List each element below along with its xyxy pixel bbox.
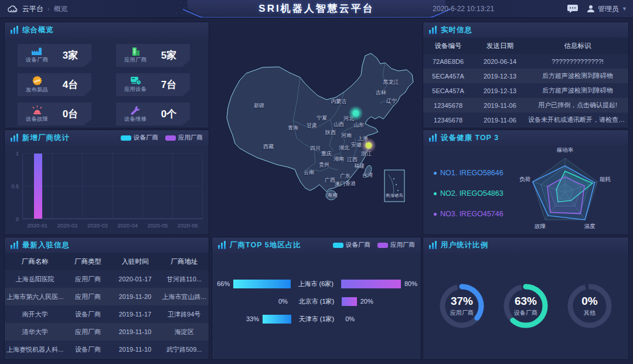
- x-tick-label: 2020-06: [173, 222, 203, 230]
- table-header-row: 设备编号发送日期信息标识: [423, 38, 628, 54]
- table-cell: 2019-11-20: [111, 293, 160, 300]
- cloud-icon: [7, 5, 18, 13]
- stat-card-new-products[interactable]: NEW 发布新品 4台: [18, 73, 91, 96]
- header-right: 2020-6-22 10:13:21 管理员 ▼: [433, 0, 627, 18]
- province-label-澳门: 澳门: [335, 181, 345, 188]
- stat-card-app-vendors[interactable]: 应用厂商 5家: [116, 44, 190, 67]
- table-row: 5ECA457A2019-12-13后方超声波检测到障碍物: [423, 69, 628, 83]
- new-badge-icon: NEW: [32, 76, 42, 86]
- table-cell: 上海赛悦机器人科...: [5, 345, 66, 354]
- stat-card-device-faults[interactable]: 设备故障 0台: [18, 103, 91, 125]
- message-icon[interactable]: [567, 4, 578, 13]
- user-icon: [587, 5, 595, 13]
- table-cell: 清华大学: [5, 328, 66, 336]
- top-header: SRI机器人智慧云平台 云平台 › 概览 2020-6-22 10:13:21: [0, 0, 633, 18]
- legend-device-vendors[interactable]: 设备厂商: [121, 134, 158, 142]
- donut-charts: 37%应用厂商63%设备厂商0%其他: [423, 253, 628, 359]
- panel-title-bars-icon: [429, 26, 437, 34]
- tornado-chart: 66%上海市 (6家)80%0%北京市 (1家)20%33%天津市 (1家)0%: [212, 253, 421, 328]
- stat-card-device-vendors[interactable]: 设备厂商 3家: [18, 44, 91, 67]
- stat-card-label: 应用设备: [124, 86, 147, 93]
- device-icon: [130, 76, 141, 85]
- chart-legend: 设备厂商 应用厂商: [121, 134, 203, 142]
- legend-app-vendors[interactable]: 应用厂商: [377, 241, 415, 249]
- legend-label: 设备厂商: [134, 134, 158, 142]
- user-menu[interactable]: 管理员 ▼: [587, 4, 627, 14]
- table-cell: 应用厂商: [66, 292, 111, 301]
- table-cell: 2019-11-17: [111, 311, 160, 318]
- province-label-山东: 山东: [353, 121, 364, 129]
- tornado-row: 33%天津市 (1家)0%: [212, 310, 421, 328]
- breadcrumb-app[interactable]: 云平台: [22, 4, 43, 14]
- province-label-广东: 广东: [340, 172, 350, 180]
- table-cell: 武宁路509...: [159, 345, 209, 354]
- legend-device-vendors[interactable]: 设备厂商: [333, 241, 370, 249]
- panel-latest-entries-header: 最新入驻信息: [5, 237, 209, 253]
- stat-card-device-repairs[interactable]: 设备维修 0个: [116, 103, 190, 125]
- table-cell: 应用厂商: [66, 328, 111, 336]
- bullet-icon: [434, 172, 437, 175]
- region-label: 天津市 (1家): [291, 315, 342, 324]
- bullet-icon: [434, 213, 437, 216]
- panel-title-bars-icon: [218, 241, 226, 249]
- panel-realtime-header: 实时信息: [423, 22, 628, 38]
- donut-label: 应用厂商: [450, 309, 474, 317]
- province-label-宁夏: 宁夏: [316, 114, 327, 122]
- x-tick-label: 2020-05: [142, 222, 172, 230]
- table-cell: 2019-11-10: [111, 346, 160, 353]
- beijing-marker[interactable]: [353, 110, 359, 117]
- panel-title-bars-icon: [429, 241, 437, 249]
- column-header: 发送日期: [473, 42, 527, 50]
- province-label-甘肃: 甘肃: [307, 122, 317, 130]
- table-cell: 上海市第六人民医...: [5, 292, 66, 301]
- china-map[interactable]: 新疆青海西藏内蒙古黑龙江吉林辽宁河北山西山东甘肃宁夏陕西河南安徽上海湖北四川重庆…: [211, 18, 422, 237]
- province-label-云南: 云南: [304, 169, 314, 176]
- right-value-label: 20%: [360, 298, 373, 305]
- table-cell: 2020-06-14: [473, 58, 527, 65]
- stat-card-label: 设备厂商: [26, 56, 48, 64]
- province-label-西藏: 西藏: [263, 143, 274, 151]
- x-axis-labels: 2020-012020-022020-032020-042020-052020-…: [22, 222, 203, 230]
- province-label-湖南: 湖南: [333, 155, 344, 163]
- table-row: 123456782019-11-06用户已摔倒，点击确认提起!: [423, 98, 628, 113]
- user-name: 管理员: [598, 4, 619, 14]
- table-cell: 2019-12-13: [473, 73, 527, 80]
- province-label-香港: 香港: [345, 180, 356, 188]
- table-row: 清华大学应用厂商2019-11-10海淀区: [5, 323, 209, 341]
- stat-card-value: 3家: [53, 49, 88, 62]
- table-cell: 12345678: [423, 117, 473, 124]
- province-label-上海: 上海: [358, 135, 368, 142]
- panel-top5-header: 厂商TOP 5地区占比 设备厂商 应用厂商: [212, 237, 421, 253]
- panel-latest-entries-title: 最新入驻信息: [22, 240, 70, 250]
- table-cell: 5ECA457A: [423, 73, 473, 80]
- column-header: 厂商地址: [159, 257, 209, 266]
- bar-应用厂商: [34, 154, 42, 219]
- dashboard: SRI机器人智慧云平台 云平台 › 概览 2020-6-22 10:13:21: [0, 0, 633, 364]
- donut-value: 63%: [515, 295, 537, 308]
- shanghai-marker[interactable]: [366, 142, 372, 149]
- legend-app-vendors[interactable]: 应用厂商: [165, 134, 203, 142]
- province-label-河南: 河南: [341, 132, 352, 140]
- legend-swatch: [165, 135, 176, 141]
- table-row: 上海岳阳医院应用厂商2020-01-17甘河路110...: [5, 270, 209, 288]
- donut-chart: 63%设备厂商: [501, 281, 551, 331]
- panel-user-ratio-header: 用户统计比例: [423, 237, 628, 253]
- panel-title-bars-icon: [11, 241, 18, 249]
- panel-device-health: 设备健康 TOP 3 NO1. IREGO58646 NO2. IREGO548…: [423, 130, 628, 234]
- province-label-新疆: 新疆: [254, 102, 264, 110]
- bar-设备厂商: [233, 280, 291, 288]
- factory-icon: [31, 47, 43, 56]
- panel-new-vendors-header: 新增厂商统计 设备厂商 应用厂商: [5, 130, 209, 145]
- donut-value: 0%: [581, 295, 597, 308]
- column-header: 入驻时间: [111, 257, 160, 266]
- datetime: 2020-6-22 10:13:21: [433, 5, 494, 13]
- table-cell: 用户已摔倒，点击确认提起!: [527, 101, 628, 110]
- stat-card-app-devices[interactable]: 应用设备 7台: [116, 73, 190, 96]
- chart-legend: 设备厂商 应用厂商: [333, 241, 415, 249]
- panel-title-bars-icon: [429, 134, 437, 142]
- bar-chart-plot: [22, 154, 203, 219]
- radar-chart: 稼动率能耗温度故障负荷: [492, 130, 627, 234]
- inset-label: 南海诸岛: [386, 193, 403, 199]
- breadcrumb-page[interactable]: 概览: [54, 4, 68, 14]
- table-cell: 后方超声波检测到障碍物: [527, 72, 628, 80]
